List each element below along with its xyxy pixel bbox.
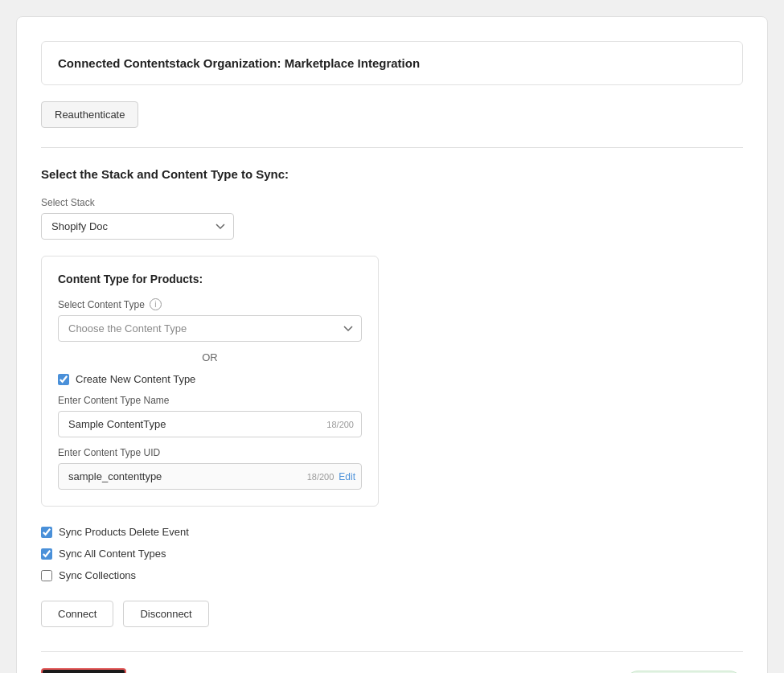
- card-title: Content Type for Products:: [58, 273, 362, 285]
- sync-all-label[interactable]: Sync All Content Types: [59, 548, 166, 560]
- or-divider: OR: [58, 351, 362, 363]
- name-field-label: Enter Content Type Name: [58, 395, 362, 406]
- sync-all-checkbox[interactable]: [41, 548, 52, 560]
- uid-input-wrapper: 18/200 Edit: [58, 463, 362, 490]
- create-new-label[interactable]: Create New Content Type: [76, 373, 195, 385]
- sync-collections-label[interactable]: Sync Collections: [59, 569, 136, 581]
- uid-field-label: Enter Content Type UID: [58, 447, 362, 458]
- uid-counter: 18/200: [307, 472, 335, 482]
- sync-all-row: Sync All Content Types: [41, 548, 743, 560]
- org-banner: Connected Contentstack Organization: Mar…: [41, 41, 743, 85]
- sync-collections-checkbox[interactable]: [41, 570, 52, 581]
- sync-delete-row: Sync Products Delete Event: [41, 526, 743, 538]
- connect-button[interactable]: Connect: [41, 601, 113, 627]
- edit-uid-button[interactable]: Edit: [339, 471, 355, 482]
- content-type-select[interactable]: Choose the Content Type: [58, 315, 362, 342]
- reauthenticate-button[interactable]: Reauthenticate: [41, 101, 138, 128]
- content-type-card: Content Type for Products: Select Conten…: [41, 256, 379, 507]
- uid-row-right: 18/200 Edit: [307, 471, 362, 482]
- disconnect-button[interactable]: Disconnect: [123, 601, 208, 627]
- select-stack-label: Select Stack: [41, 197, 743, 208]
- sync-delete-label[interactable]: Sync Products Delete Event: [59, 526, 189, 538]
- create-new-checkbox[interactable]: [58, 374, 69, 385]
- bottom-bar: Sync Now ✓ Connected ×: [41, 668, 743, 673]
- stack-select[interactable]: Shopify Doc: [41, 213, 234, 240]
- select-content-type-label: Select Content Type i: [58, 298, 362, 310]
- action-buttons: Connect Disconnect: [41, 601, 743, 627]
- sync-options: Sync Products Delete Event Sync All Cont…: [41, 526, 743, 581]
- section-divider-bottom: [41, 651, 743, 652]
- info-icon[interactable]: i: [150, 298, 162, 310]
- name-input[interactable]: [58, 411, 362, 437]
- name-counter: 18/200: [326, 420, 354, 429]
- sync-collections-row: Sync Collections: [41, 569, 743, 581]
- sync-now-button[interactable]: Sync Now: [41, 668, 126, 673]
- main-container: Connected Contentstack Organization: Mar…: [16, 16, 768, 673]
- org-banner-text: Connected Contentstack Organization: Mar…: [58, 56, 420, 70]
- section-title: Select the Stack and Content Type to Syn…: [41, 167, 743, 181]
- name-input-wrapper: 18/200: [58, 411, 362, 437]
- connected-badge: ✓ Connected ×: [625, 671, 743, 674]
- sync-delete-checkbox[interactable]: [41, 527, 52, 538]
- section-divider-top: [41, 147, 743, 148]
- create-new-row: Create New Content Type: [58, 373, 362, 385]
